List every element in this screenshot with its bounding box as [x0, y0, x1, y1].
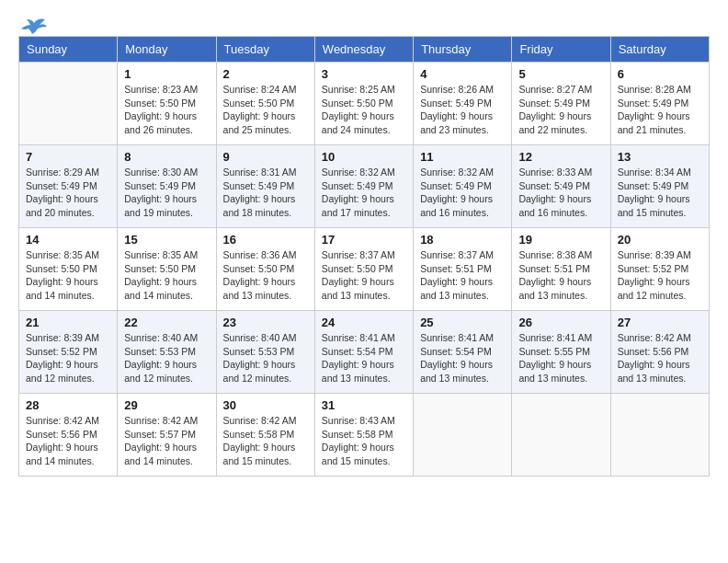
calendar-day-cell: 19Sunrise: 8:38 AM Sunset: 5:51 PM Dayli… — [512, 228, 610, 311]
day-info: Sunrise: 8:32 AM Sunset: 5:49 PM Dayligh… — [322, 166, 406, 220]
calendar-day-cell: 12Sunrise: 8:33 AM Sunset: 5:49 PM Dayli… — [512, 145, 610, 228]
day-number: 16 — [223, 233, 308, 247]
calendar-week-row: 28Sunrise: 8:42 AM Sunset: 5:56 PM Dayli… — [19, 394, 710, 477]
day-info: Sunrise: 8:39 AM Sunset: 5:52 PM Dayligh… — [618, 248, 702, 303]
calendar-day-cell: 28Sunrise: 8:42 AM Sunset: 5:56 PM Dayli… — [19, 394, 118, 477]
day-number: 30 — [223, 398, 308, 412]
day-info: Sunrise: 8:30 AM Sunset: 5:49 PM Dayligh… — [124, 166, 209, 220]
calendar-day-cell: 1Sunrise: 8:23 AM Sunset: 5:50 PM Daylig… — [118, 63, 216, 145]
logo-bird-icon — [21, 16, 47, 36]
calendar-day-cell: 8Sunrise: 8:30 AM Sunset: 5:49 PM Daylig… — [118, 145, 216, 228]
day-info: Sunrise: 8:41 AM Sunset: 5:55 PM Dayligh… — [518, 331, 603, 385]
day-info: Sunrise: 8:40 AM Sunset: 5:53 PM Dayligh… — [124, 331, 209, 385]
day-number: 20 — [618, 233, 702, 247]
day-number: 10 — [322, 150, 406, 164]
calendar-day-cell: 9Sunrise: 8:31 AM Sunset: 5:49 PM Daylig… — [216, 145, 314, 228]
day-number: 25 — [420, 316, 505, 329]
day-info: Sunrise: 8:42 AM Sunset: 5:57 PM Dayligh… — [124, 414, 209, 468]
day-info: Sunrise: 8:43 AM Sunset: 5:58 PM Dayligh… — [322, 414, 406, 468]
calendar-day-cell: 13Sunrise: 8:34 AM Sunset: 5:49 PM Dayli… — [610, 145, 709, 228]
day-number: 19 — [518, 233, 603, 247]
calendar-day-cell: 17Sunrise: 8:37 AM Sunset: 5:50 PM Dayli… — [314, 228, 413, 311]
day-info: Sunrise: 8:28 AM Sunset: 5:49 PM Dayligh… — [618, 83, 702, 137]
calendar-day-cell: 4Sunrise: 8:26 AM Sunset: 5:49 PM Daylig… — [414, 63, 512, 145]
day-number: 8 — [124, 150, 209, 164]
day-number: 22 — [124, 316, 209, 329]
calendar-day-cell: 21Sunrise: 8:39 AM Sunset: 5:52 PM Dayli… — [19, 311, 118, 394]
day-info: Sunrise: 8:42 AM Sunset: 5:58 PM Dayligh… — [223, 414, 308, 468]
day-number: 4 — [420, 67, 505, 81]
day-number: 17 — [322, 233, 406, 247]
calendar-day-cell: 27Sunrise: 8:42 AM Sunset: 5:56 PM Dayli… — [610, 311, 709, 394]
day-info: Sunrise: 8:42 AM Sunset: 5:56 PM Dayligh… — [618, 331, 702, 385]
day-info: Sunrise: 8:26 AM Sunset: 5:49 PM Dayligh… — [420, 83, 505, 137]
calendar-day-cell: 30Sunrise: 8:42 AM Sunset: 5:58 PM Dayli… — [216, 394, 314, 477]
day-number: 27 — [618, 316, 702, 329]
calendar-day-cell: 11Sunrise: 8:32 AM Sunset: 5:49 PM Dayli… — [414, 145, 512, 228]
day-number: 3 — [322, 67, 406, 81]
calendar-day-cell: 29Sunrise: 8:42 AM Sunset: 5:57 PM Dayli… — [118, 394, 216, 477]
day-number: 24 — [322, 316, 406, 329]
weekday-header-saturday: Saturday — [610, 37, 709, 63]
calendar-day-cell: 14Sunrise: 8:35 AM Sunset: 5:50 PM Dayli… — [19, 228, 118, 311]
day-info: Sunrise: 8:29 AM Sunset: 5:49 PM Dayligh… — [26, 166, 110, 220]
calendar-day-cell: 24Sunrise: 8:41 AM Sunset: 5:54 PM Dayli… — [314, 311, 413, 394]
day-info: Sunrise: 8:32 AM Sunset: 5:49 PM Dayligh… — [420, 166, 505, 220]
day-info: Sunrise: 8:42 AM Sunset: 5:56 PM Dayligh… — [26, 414, 110, 468]
calendar-week-row: 21Sunrise: 8:39 AM Sunset: 5:52 PM Dayli… — [19, 311, 710, 394]
day-number: 5 — [518, 67, 603, 81]
weekday-header-wednesday: Wednesday — [314, 37, 413, 63]
calendar-day-cell: 2Sunrise: 8:24 AM Sunset: 5:50 PM Daylig… — [216, 63, 314, 145]
day-number: 15 — [124, 233, 209, 247]
day-number: 2 — [223, 67, 308, 81]
calendar-day-cell: 26Sunrise: 8:41 AM Sunset: 5:55 PM Dayli… — [512, 311, 610, 394]
day-number: 18 — [420, 233, 505, 247]
weekday-header-monday: Monday — [118, 37, 216, 63]
weekday-header-friday: Friday — [512, 37, 610, 63]
weekday-header-tuesday: Tuesday — [216, 37, 314, 63]
calendar-day-cell: 3Sunrise: 8:25 AM Sunset: 5:50 PM Daylig… — [314, 63, 413, 145]
day-info: Sunrise: 8:41 AM Sunset: 5:54 PM Dayligh… — [420, 331, 505, 385]
calendar-day-cell: 6Sunrise: 8:28 AM Sunset: 5:49 PM Daylig… — [610, 63, 709, 145]
day-info: Sunrise: 8:38 AM Sunset: 5:51 PM Dayligh… — [518, 248, 603, 303]
day-number: 6 — [618, 67, 702, 81]
calendar-day-cell: 10Sunrise: 8:32 AM Sunset: 5:49 PM Dayli… — [314, 145, 413, 228]
day-info: Sunrise: 8:37 AM Sunset: 5:50 PM Dayligh… — [322, 248, 406, 303]
day-info: Sunrise: 8:36 AM Sunset: 5:50 PM Dayligh… — [223, 248, 308, 303]
calendar-day-cell: 7Sunrise: 8:29 AM Sunset: 5:49 PM Daylig… — [19, 145, 118, 228]
empty-day-cell — [414, 394, 512, 477]
calendar-day-cell: 20Sunrise: 8:39 AM Sunset: 5:52 PM Dayli… — [610, 228, 709, 311]
calendar-day-cell: 5Sunrise: 8:27 AM Sunset: 5:49 PM Daylig… — [512, 63, 610, 145]
calendar-day-cell: 31Sunrise: 8:43 AM Sunset: 5:58 PM Dayli… — [314, 394, 413, 477]
day-number: 26 — [518, 316, 603, 329]
calendar-week-row: 1Sunrise: 8:23 AM Sunset: 5:50 PM Daylig… — [19, 63, 710, 145]
day-number: 23 — [223, 316, 308, 329]
day-number: 9 — [223, 150, 308, 164]
day-number: 21 — [26, 316, 110, 329]
day-number: 28 — [26, 398, 110, 412]
calendar-day-cell: 23Sunrise: 8:40 AM Sunset: 5:53 PM Dayli… — [216, 311, 314, 394]
day-number: 31 — [322, 398, 406, 412]
day-info: Sunrise: 8:31 AM Sunset: 5:49 PM Dayligh… — [223, 166, 308, 220]
day-info: Sunrise: 8:41 AM Sunset: 5:54 PM Dayligh… — [322, 331, 406, 385]
day-info: Sunrise: 8:37 AM Sunset: 5:51 PM Dayligh… — [420, 248, 505, 303]
day-info: Sunrise: 8:39 AM Sunset: 5:52 PM Dayligh… — [26, 331, 110, 385]
day-number: 29 — [124, 398, 209, 412]
empty-day-cell — [512, 394, 610, 477]
weekday-header-thursday: Thursday — [414, 37, 512, 63]
day-info: Sunrise: 8:35 AM Sunset: 5:50 PM Dayligh… — [124, 248, 209, 303]
day-info: Sunrise: 8:33 AM Sunset: 5:49 PM Dayligh… — [518, 166, 603, 220]
calendar-day-cell: 25Sunrise: 8:41 AM Sunset: 5:54 PM Dayli… — [414, 311, 512, 394]
weekday-header-row: SundayMondayTuesdayWednesdayThursdayFrid… — [19, 37, 710, 63]
day-info: Sunrise: 8:24 AM Sunset: 5:50 PM Dayligh… — [223, 83, 308, 137]
calendar-day-cell: 16Sunrise: 8:36 AM Sunset: 5:50 PM Dayli… — [216, 228, 314, 311]
empty-day-cell — [19, 63, 118, 145]
day-info: Sunrise: 8:25 AM Sunset: 5:50 PM Dayligh… — [322, 83, 406, 137]
calendar-week-row: 7Sunrise: 8:29 AM Sunset: 5:49 PM Daylig… — [19, 145, 710, 228]
day-number: 11 — [420, 150, 505, 164]
day-info: Sunrise: 8:34 AM Sunset: 5:49 PM Dayligh… — [618, 166, 702, 220]
day-number: 14 — [26, 233, 110, 247]
logo — [18, 23, 47, 36]
day-info: Sunrise: 8:40 AM Sunset: 5:53 PM Dayligh… — [223, 331, 308, 385]
empty-day-cell — [610, 394, 709, 477]
